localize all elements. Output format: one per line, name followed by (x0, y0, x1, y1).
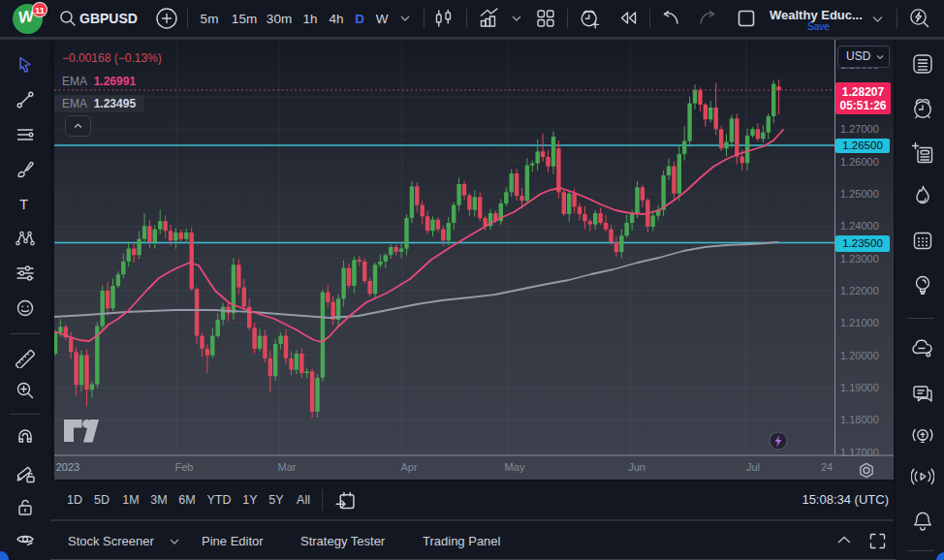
svg-text:1.20000: 1.20000 (840, 350, 879, 361)
svg-text:Mar: Mar (278, 461, 297, 473)
svg-text:1.21000: 1.21000 (840, 317, 879, 328)
svg-text:1.24000: 1.24000 (840, 220, 879, 232)
svg-text:Jun: Jun (628, 461, 645, 473)
svg-text:Apr: Apr (400, 461, 417, 473)
svg-text:1.18000: 1.18000 (840, 414, 879, 425)
svg-text:2023: 2023 (56, 461, 79, 473)
svg-text:1.17000: 1.17000 (840, 447, 879, 458)
svg-text:1.25000: 1.25000 (840, 188, 879, 200)
svg-text:Feb: Feb (175, 461, 194, 473)
svg-text:1.26000: 1.26000 (840, 156, 879, 168)
svg-text:1.27000: 1.27000 (840, 123, 879, 135)
svg-text:May: May (505, 461, 525, 473)
svg-text:1.19000: 1.19000 (840, 382, 879, 393)
svg-text:1.23000: 1.23000 (840, 253, 879, 264)
svg-text:Jul: Jul (746, 461, 760, 473)
svg-text:1.22000: 1.22000 (840, 285, 879, 296)
svg-text:24: 24 (821, 461, 833, 473)
